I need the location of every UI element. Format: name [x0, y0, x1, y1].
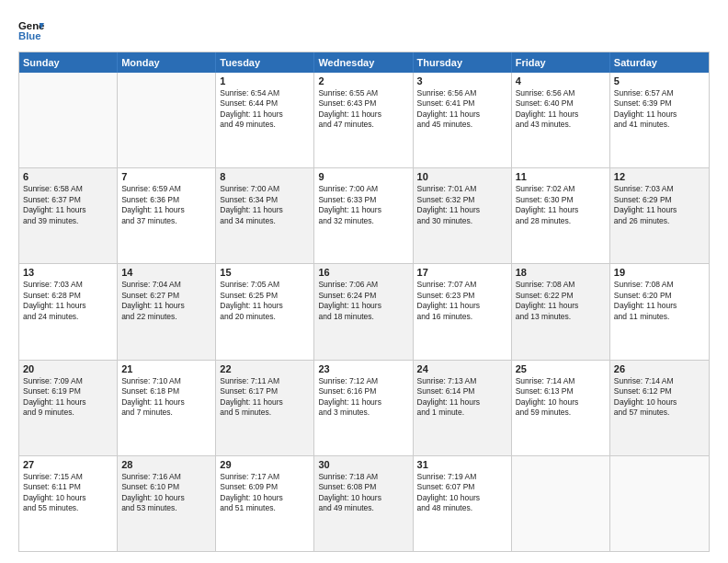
svg-text:Blue: Blue — [18, 30, 41, 41]
cell-info-line: and 30 minutes. — [417, 216, 507, 226]
cell-info-line: Sunset: 6:40 PM — [516, 98, 606, 109]
cell-info-line: and 24 minutes. — [23, 312, 113, 322]
calendar-cell: 22Sunrise: 7:11 AMSunset: 6:17 PMDayligh… — [216, 361, 314, 455]
day-number: 3 — [417, 75, 507, 86]
calendar-cell: 23Sunrise: 7:12 AMSunset: 6:16 PMDayligh… — [314, 361, 413, 455]
cell-info-line: Daylight: 11 hours — [121, 205, 211, 215]
cell-info-line: and 45 minutes. — [417, 120, 507, 130]
cell-info-line: Sunrise: 7:08 AM — [516, 280, 606, 290]
calendar-cell: 31Sunrise: 7:19 AMSunset: 6:07 PMDayligh… — [414, 456, 512, 551]
logo-icon: General Blue — [18, 17, 44, 42]
calendar-cell: 29Sunrise: 7:17 AMSunset: 6:09 PMDayligh… — [216, 456, 314, 551]
calendar-cell: 24Sunrise: 7:13 AMSunset: 6:14 PMDayligh… — [414, 361, 512, 455]
cell-info-line: Daylight: 11 hours — [318, 205, 408, 215]
day-number: 13 — [23, 267, 113, 278]
cell-info-line: and 26 minutes. — [614, 216, 705, 226]
cell-info-line: Sunrise: 7:01 AM — [417, 184, 507, 194]
cell-info-line: and 55 minutes. — [23, 503, 113, 513]
cell-info-line: Daylight: 11 hours — [516, 301, 606, 311]
day-number: 15 — [220, 267, 310, 278]
day-number: 22 — [220, 363, 310, 374]
cell-info-line: and 43 minutes. — [516, 120, 606, 130]
cell-info-line: and 5 minutes. — [220, 408, 310, 418]
cell-info-line: Sunset: 6:14 PM — [417, 386, 507, 396]
day-number: 2 — [318, 75, 408, 86]
cell-info-line: Sunrise: 7:05 AM — [220, 280, 310, 290]
day-number: 12 — [614, 171, 705, 182]
cell-info-line: Sunset: 6:43 PM — [318, 98, 408, 109]
cell-info-line: Sunset: 6:24 PM — [318, 291, 408, 301]
cell-info-line: Daylight: 11 hours — [23, 301, 113, 311]
cell-info-line: Sunset: 6:18 PM — [121, 386, 211, 396]
cell-info-line: Sunset: 6:07 PM — [417, 482, 507, 492]
calendar-cell — [512, 456, 610, 551]
cell-info-line: Sunset: 6:17 PM — [220, 386, 310, 396]
cell-info-line: Sunset: 6:36 PM — [121, 195, 211, 205]
calendar-cell: 8Sunrise: 7:00 AMSunset: 6:34 PMDaylight… — [216, 168, 314, 263]
cell-info-line: and 3 minutes. — [318, 408, 408, 418]
cell-info-line: Daylight: 11 hours — [318, 301, 408, 311]
cell-info-line: Sunrise: 6:58 AM — [23, 184, 113, 194]
calendar-cell: 14Sunrise: 7:04 AMSunset: 6:27 PMDayligh… — [118, 264, 216, 359]
cell-info-line: and 53 minutes. — [121, 503, 211, 513]
calendar-header-cell: Saturday — [610, 52, 709, 73]
cell-info-line: Sunset: 6:29 PM — [614, 195, 705, 205]
cell-info-line: and 9 minutes. — [23, 408, 113, 418]
cell-info-line: Daylight: 11 hours — [121, 397, 211, 408]
calendar-row: 13Sunrise: 7:03 AMSunset: 6:28 PMDayligh… — [19, 263, 709, 359]
cell-info-line: and 39 minutes. — [23, 216, 113, 226]
calendar-cell: 2Sunrise: 6:55 AMSunset: 6:43 PMDaylight… — [314, 73, 413, 167]
day-number: 31 — [417, 459, 507, 470]
calendar-cell: 11Sunrise: 7:02 AMSunset: 6:30 PMDayligh… — [512, 168, 610, 263]
cell-info-line: Sunrise: 7:03 AM — [614, 184, 705, 194]
calendar-header-cell: Thursday — [414, 52, 512, 73]
cell-info-line: Sunrise: 7:04 AM — [121, 280, 211, 290]
day-number: 27 — [23, 459, 113, 470]
cell-info-line: Sunrise: 7:13 AM — [417, 376, 507, 386]
calendar-cell: 15Sunrise: 7:05 AMSunset: 6:25 PMDayligh… — [216, 264, 314, 359]
cell-info-line: Sunrise: 7:10 AM — [121, 376, 211, 386]
cell-info-line: Sunset: 6:08 PM — [318, 482, 408, 492]
cell-info-line: Sunrise: 7:00 AM — [318, 184, 408, 194]
calendar-header-cell: Tuesday — [216, 52, 314, 73]
day-number: 11 — [516, 171, 606, 182]
cell-info-line: Sunrise: 7:12 AM — [318, 376, 408, 386]
cell-info-line: Sunset: 6:25 PM — [220, 291, 310, 301]
calendar-cell: 9Sunrise: 7:00 AMSunset: 6:33 PMDaylight… — [314, 168, 413, 263]
cell-info-line: Daylight: 11 hours — [23, 205, 113, 215]
cell-info-line: Sunset: 6:13 PM — [516, 386, 606, 396]
day-number: 17 — [417, 267, 507, 278]
day-number: 5 — [614, 75, 705, 86]
calendar-cell: 10Sunrise: 7:01 AMSunset: 6:32 PMDayligh… — [414, 168, 512, 263]
calendar-cell: 6Sunrise: 6:58 AMSunset: 6:37 PMDaylight… — [19, 168, 118, 263]
calendar-cell: 19Sunrise: 7:08 AMSunset: 6:20 PMDayligh… — [610, 264, 709, 359]
cell-info-line: Sunset: 6:37 PM — [23, 195, 113, 205]
cell-info-line: and 1 minute. — [417, 408, 507, 418]
cell-info-line: and 20 minutes. — [220, 312, 310, 322]
cell-info-line: Sunset: 6:23 PM — [417, 291, 507, 301]
calendar-cell — [19, 73, 118, 167]
cell-info-line: Sunrise: 7:14 AM — [516, 376, 606, 386]
cell-info-line: Sunrise: 6:59 AM — [121, 184, 211, 194]
cell-info-line: Sunrise: 7:03 AM — [23, 280, 113, 290]
calendar-cell: 27Sunrise: 7:15 AMSunset: 6:11 PMDayligh… — [19, 456, 118, 551]
calendar-cell: 28Sunrise: 7:16 AMSunset: 6:10 PMDayligh… — [118, 456, 216, 551]
header: General Blue — [18, 17, 710, 42]
cell-info-line: Daylight: 11 hours — [614, 205, 705, 215]
cell-info-line: and 37 minutes. — [121, 216, 211, 226]
day-number: 9 — [318, 171, 408, 182]
cell-info-line: Sunset: 6:34 PM — [220, 195, 310, 205]
day-number: 21 — [121, 363, 211, 374]
cell-info-line: and 34 minutes. — [220, 216, 310, 226]
cell-info-line: Sunrise: 7:17 AM — [220, 472, 310, 482]
day-number: 16 — [318, 267, 408, 278]
cell-info-line: and 13 minutes. — [516, 312, 606, 322]
cell-info-line: Sunrise: 7:16 AM — [121, 472, 211, 482]
cell-info-line: Sunrise: 6:54 AM — [220, 88, 310, 98]
cell-info-line: Sunrise: 7:07 AM — [417, 280, 507, 290]
cell-info-line: Sunset: 6:09 PM — [220, 482, 310, 492]
cell-info-line: Sunset: 6:41 PM — [417, 98, 507, 109]
cell-info-line: Sunrise: 6:57 AM — [614, 88, 705, 98]
calendar-cell: 20Sunrise: 7:09 AMSunset: 6:19 PMDayligh… — [19, 361, 118, 455]
cell-info-line: Daylight: 10 hours — [318, 493, 408, 503]
